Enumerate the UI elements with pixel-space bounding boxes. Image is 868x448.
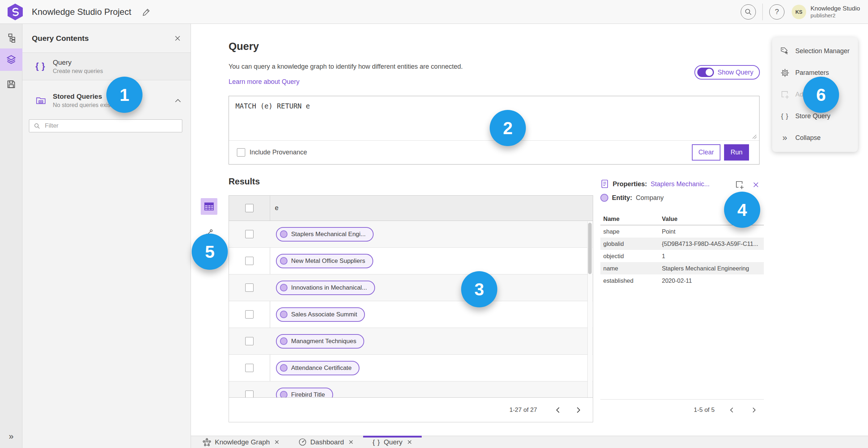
property-row[interactable]: established 2020-02-11	[600, 274, 764, 287]
entity-pill[interactable]: Staplers Mechanical Engi...	[276, 227, 374, 242]
chevron-up-icon[interactable]	[175, 98, 181, 103]
tab-close-icon[interactable]	[407, 439, 412, 445]
property-row[interactable]: globalid {5D9B4713-F98D-4A53-A59F-C11...	[600, 238, 764, 250]
property-value: 2020-02-11	[662, 277, 764, 284]
resize-handle[interactable]	[752, 134, 757, 139]
add-to-selection-icon[interactable]	[735, 180, 744, 189]
entity-pill[interactable]: New Metal Office Suppliers	[276, 254, 373, 268]
filter-input[interactable]	[44, 122, 165, 130]
help-icon: ?	[775, 8, 779, 16]
entity-pill[interactable]: Managment Techniques	[276, 334, 364, 349]
save-icon	[6, 79, 16, 89]
table-icon	[204, 202, 214, 211]
selection-manager-icon	[780, 46, 790, 56]
show-query-label: Show Query	[718, 69, 753, 76]
panel-title: Query Contents	[32, 34, 89, 43]
menu-item-selection-manager[interactable]: Selection Manager	[772, 40, 858, 62]
entity-pill-label: Attendance Certificate	[291, 364, 352, 372]
save-rail-button[interactable]	[0, 73, 22, 95]
properties-entity-link[interactable]: Staplers Mechanic...	[651, 180, 710, 188]
entity-pill[interactable]: Firebird Title	[276, 388, 333, 398]
user-name: Knowledge Studio	[810, 5, 860, 12]
table-row[interactable]: Attendance Certificate	[229, 355, 593, 381]
row-checkbox[interactable]	[245, 283, 254, 292]
row-checkbox[interactable]	[245, 230, 254, 238]
property-name: established	[600, 277, 662, 284]
show-query-toggle[interactable]: Show Query	[694, 65, 760, 80]
run-button[interactable]: Run	[724, 144, 749, 161]
panel-close-icon[interactable]	[174, 35, 181, 42]
layers-rail-button-selected[interactable]	[0, 48, 22, 71]
annotation-badge-6: 6	[803, 77, 839, 113]
table-row[interactable]: Managment Techniques	[229, 328, 593, 355]
results-next-page-button[interactable]	[573, 405, 583, 415]
entity-dot-icon	[280, 337, 288, 345]
properties-prev-page-button[interactable]	[727, 405, 737, 415]
page-title: Knowledge Studio Project	[32, 7, 131, 17]
query-code-editor[interactable]: MATCH (e) RETURN e	[235, 102, 310, 110]
results-scrollbar[interactable]	[587, 221, 592, 398]
tab-close-icon[interactable]	[274, 439, 280, 445]
edit-title-icon[interactable]	[142, 8, 151, 16]
results-pagination-text: 1-27 of 27	[509, 406, 537, 414]
tab-knowledge-graph[interactable]: Knowledge Graph	[193, 436, 289, 448]
tab-dashboard[interactable]: Dashboard	[289, 436, 363, 448]
property-row[interactable]: name Staplers Mechanical Engineering	[600, 262, 764, 274]
results-table-card: e Staplers Mechanical Engi... New Metal …	[229, 195, 593, 422]
property-row[interactable]: objectid 1	[600, 250, 764, 262]
scrollbar-thumb[interactable]	[588, 223, 592, 274]
table-view-toggle[interactable]	[201, 198, 217, 215]
menu-item-collapse[interactable]: » Collapse	[772, 127, 858, 149]
entity-pill[interactable]: Sales Associate Summit	[276, 307, 365, 322]
properties-header: Properties: Staplers Mechanic...	[600, 179, 710, 189]
expand-rail-button[interactable]: »	[0, 431, 22, 441]
learn-more-link[interactable]: Learn more about Query	[229, 78, 299, 86]
results-prev-page-button[interactable]	[553, 405, 563, 415]
include-provenance-checkbox[interactable]	[237, 148, 245, 157]
table-row[interactable]: Innovations in Mechanical...	[229, 274, 593, 301]
property-name: objectid	[600, 253, 662, 260]
row-checkbox[interactable]	[245, 337, 254, 345]
table-row[interactable]: New Metal Office Suppliers	[229, 248, 593, 274]
search-icon	[744, 8, 752, 16]
top-bar: Knowledge Studio Project ? KS Knowledge …	[0, 0, 868, 24]
entity-pill-label: Innovations in Mechanical...	[291, 284, 367, 291]
menu-item-label: Selection Manager	[795, 47, 850, 55]
query-contents-panel: Query Contents { } Query Create new quer…	[22, 24, 191, 448]
query-item-title: Query	[53, 59, 103, 67]
help-button[interactable]: ?	[769, 4, 784, 20]
active-tab-indicator	[363, 436, 422, 438]
properties-pagination: 1-5 of 5	[600, 399, 764, 420]
avatar[interactable]: KS	[792, 5, 806, 19]
menu-item-label: Parameters	[795, 69, 829, 77]
tab-query-active[interactable]: { } Query	[363, 436, 422, 448]
entity-pill[interactable]: Attendance Certificate	[276, 361, 359, 375]
entity-pill-label: Sales Associate Summit	[291, 311, 357, 318]
tab-close-icon[interactable]	[348, 439, 354, 445]
entity-label: Entity:	[612, 194, 632, 202]
entity-pill-label: Managment Techniques	[291, 338, 356, 345]
entity-pill[interactable]: Innovations in Mechanical...	[276, 281, 375, 295]
properties-next-page-button[interactable]	[749, 405, 759, 415]
table-row[interactable]: Sales Associate Summit	[229, 301, 593, 328]
knowledge-studio-app: Knowledge Studio Project ? KS Knowledge …	[0, 0, 868, 448]
layers-icon	[6, 54, 17, 65]
select-all-checkbox[interactable]	[245, 204, 254, 212]
property-name: globalid	[600, 240, 662, 247]
row-checkbox[interactable]	[245, 310, 254, 319]
row-checkbox[interactable]	[245, 257, 254, 265]
search-button[interactable]	[741, 4, 756, 20]
clear-button[interactable]: Clear	[692, 144, 720, 161]
query-list-item[interactable]: { } Query Create new queries	[22, 53, 191, 80]
top-bar-right: ? KS Knowledge Studio publisher2	[741, 4, 860, 20]
row-checkbox[interactable]	[245, 364, 254, 372]
entity-dot-icon	[280, 311, 288, 318]
property-value: {5D9B4713-F98D-4A53-A59F-C11...	[662, 240, 764, 247]
properties-close-icon[interactable]	[752, 181, 760, 188]
top-bar-divider	[762, 4, 763, 20]
table-row[interactable]: Firebird Title	[229, 381, 593, 398]
table-row[interactable]: Staplers Mechanical Engi...	[229, 221, 593, 248]
row-checkbox[interactable]	[245, 391, 254, 398]
hierarchy-rail-button[interactable]	[0, 27, 22, 49]
add-artifact-icon	[780, 90, 790, 99]
